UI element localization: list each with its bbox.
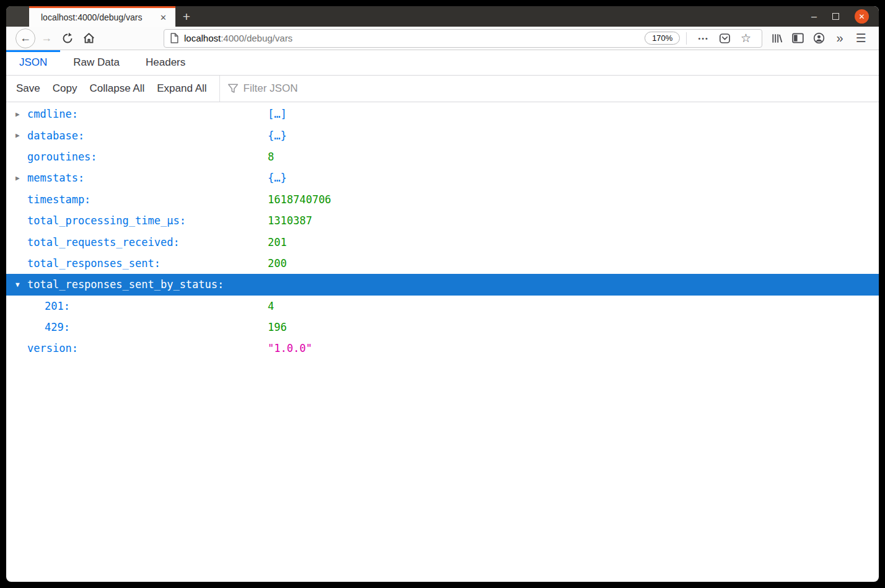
urlbar-separator [686,32,687,45]
sidebar-icon[interactable] [788,29,807,48]
filter-json-input[interactable] [244,82,405,95]
json-value: {…} [268,172,287,184]
home-button[interactable] [78,28,99,49]
tab-close-icon[interactable]: ✕ [159,13,168,22]
collapse-arrow-icon[interactable]: ▼ [15,281,24,289]
tab-headers[interactable]: Headers [133,50,198,75]
json-row[interactable]: ▼total_responses_sent_by_status: [6,274,879,295]
json-value: 8 [268,151,274,163]
expand-arrow-icon[interactable]: ▶ [15,174,24,182]
filter-funnel-icon [227,83,239,94]
json-key: timestamp: [27,193,90,206]
minimize-button[interactable]: – [811,14,817,20]
json-value: 196 [268,321,287,333]
copy-button[interactable]: Copy [53,82,77,95]
home-icon [83,32,95,44]
json-value: 201 [268,236,287,248]
overflow-menu-icon[interactable]: » [830,29,849,48]
close-button[interactable]: ✕ [855,9,869,24]
json-viewer-tabbar: JSON Raw Data Headers [6,50,879,76]
json-viewer-toolbar: Save Copy Collapse All Expand All [6,76,879,102]
json-key: goroutines: [27,151,97,163]
page-icon [170,33,179,43]
library-icon[interactable] [767,29,786,48]
browser-window: localhost:4000/debug/vars ✕ + – ✕ ← → [6,6,879,582]
expand-all-button[interactable]: Expand All [157,82,206,95]
active-tab-accent [29,6,175,8]
window-controls: – ✕ [811,6,879,27]
back-icon: ← [15,29,35,48]
json-value: 200 [268,257,287,270]
json-row[interactable]: goroutines:8 [6,146,879,167]
json-row[interactable]: ▶database:{…} [6,125,879,146]
reload-button[interactable] [57,28,78,49]
reload-icon [62,33,73,44]
collapse-all-button[interactable]: Collapse All [89,82,144,95]
json-value: […] [268,108,287,120]
url-path: :4000/debug/vars [221,33,293,43]
account-icon[interactable] [809,29,828,48]
expand-arrow-icon[interactable]: ▶ [15,110,24,118]
json-row[interactable]: ▶cmdline:[…] [6,103,879,125]
navigation-toolbar: ← → localhost:4000/debug/vars 170% [6,27,879,50]
toolbar-separator [219,76,220,102]
new-tab-button[interactable]: + [175,6,198,27]
json-rows: ▶cmdline:[…]▶database:{…}goroutines:8▶me… [6,102,879,582]
json-value: 4 [268,300,274,312]
json-key: 201: [45,300,70,312]
browser-tab[interactable]: localhost:4000/debug/vars ✕ [29,6,175,27]
maximize-button[interactable] [832,13,839,20]
menu-hamburger-icon[interactable]: ☰ [852,29,870,48]
json-key: total_responses_sent: [27,257,161,270]
forward-icon: → [41,32,52,45]
json-value: 1310387 [268,214,312,227]
json-row[interactable]: total_requests_received:201 [6,231,879,252]
json-row[interactable]: total_processing_time_μs:1310387 [6,210,879,231]
url-bar[interactable]: localhost:4000/debug/vars 170% ••• ☆ [164,29,762,48]
json-key: cmdline: [27,108,78,120]
json-row[interactable]: 429:196 [6,317,879,338]
forward-button[interactable]: → [36,28,57,49]
json-value: {…} [268,129,287,142]
json-row[interactable]: 201:4 [6,296,879,317]
json-row[interactable]: ▶memstats:{…} [6,167,879,188]
expand-arrow-icon[interactable]: ▶ [15,131,24,139]
tab-title: localhost:4000/debug/vars [41,12,159,22]
json-row[interactable]: total_responses_sent:200 [6,253,879,274]
json-key: total_processing_time_μs: [27,214,186,227]
json-value: "1.0.0" [268,342,312,354]
back-button[interactable]: ← [15,28,36,49]
json-key: database: [27,129,84,142]
json-key: memstats: [27,172,84,184]
tab-json[interactable]: JSON [6,50,60,75]
titlebar-spacer [6,6,29,27]
bookmark-star-icon[interactable]: ☆ [736,31,756,45]
json-row[interactable]: version:"1.0.0" [6,338,879,359]
json-value: 1618740706 [268,193,331,206]
tab-raw-data[interactable]: Raw Data [60,50,133,75]
json-key: total_responses_sent_by_status: [27,278,224,291]
zoom-level-indicator[interactable]: 170% [645,32,680,45]
pocket-icon[interactable] [714,33,736,44]
save-button[interactable]: Save [16,82,40,95]
url-host: localhost [184,33,221,43]
page-actions-icon[interactable]: ••• [693,35,714,42]
json-key: version: [27,342,78,354]
titlebar: localhost:4000/debug/vars ✕ + – ✕ [6,6,879,27]
toolbar-icons: » ☰ [767,29,870,48]
url-text: localhost:4000/debug/vars [184,33,293,43]
json-key: total_requests_received: [27,236,180,248]
json-row[interactable]: timestamp:1618740706 [6,189,879,210]
json-key: 429: [45,321,70,333]
